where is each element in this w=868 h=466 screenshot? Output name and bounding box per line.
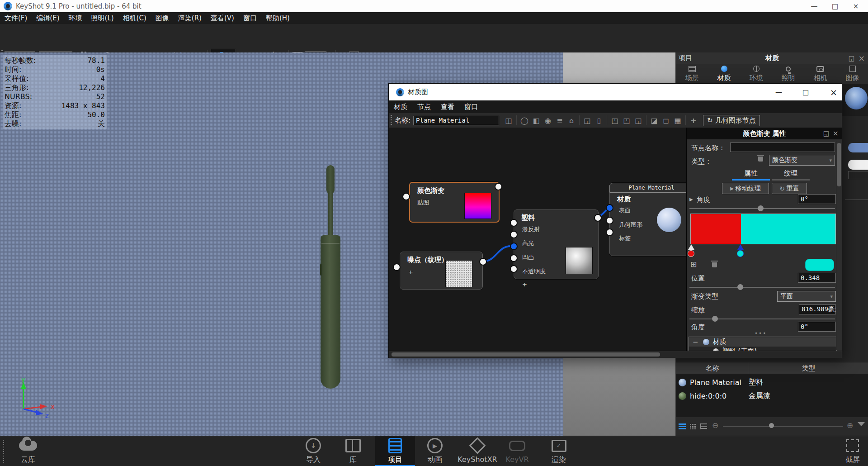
undock-icon[interactable]: ◱ — [823, 129, 830, 138]
reset-button[interactable]: ↻ 重置 — [772, 183, 807, 194]
node-color-gradient[interactable]: 颜色渐变 贴图 — [409, 182, 500, 223]
table-row[interactable]: Plane Material 塑料 — [676, 376, 868, 389]
color-swatch-sliver[interactable] — [848, 143, 868, 152]
delete-stop-icon[interactable] — [712, 262, 717, 267]
scrollbar-thumb[interactable] — [837, 143, 841, 186]
node-plane-material[interactable]: Plane Material 材质 表面 几何图形 标签 — [609, 183, 686, 256]
close-button[interactable]: × — [845, 2, 866, 10]
maximize-button[interactable]: □ — [825, 2, 845, 10]
menu-material[interactable]: 材质 — [389, 103, 412, 111]
menu-view[interactable]: 查看 — [436, 103, 459, 111]
add-stop-icon[interactable]: ⊞ — [690, 260, 697, 269]
menu-lighting[interactable]: 照明(L) — [87, 14, 118, 23]
port-gradient-output[interactable] — [495, 183, 502, 190]
scale-slider-handle[interactable] — [712, 316, 718, 322]
menu-help[interactable]: 帮助(H) — [261, 14, 294, 23]
layout-icon[interactable]: ◪ — [648, 116, 660, 125]
close-icon[interactable]: × — [859, 54, 865, 63]
tab-material[interactable]: 材质 — [708, 64, 740, 86]
gradient-type-dropdown[interactable]: 平面 ▾ — [777, 291, 836, 302]
gradient-stop-marker[interactable] — [737, 244, 744, 250]
type-dropdown[interactable]: 颜色渐变 ▾ — [769, 155, 835, 166]
tab-scene[interactable]: 场景 — [676, 64, 708, 84]
menu-environment[interactable]: 环境 — [64, 14, 87, 23]
thumbnail-size-slider[interactable] — [723, 426, 843, 427]
tab-texture[interactable]: 纹理 — [772, 169, 810, 181]
port-geometry[interactable] — [606, 217, 613, 224]
menu-image[interactable]: 图像 — [151, 14, 174, 23]
list-view-icon[interactable] — [679, 423, 686, 429]
collapse-arrow-icon[interactable]: ▶ — [689, 197, 693, 202]
tab-camera[interactable]: 相机 — [804, 64, 836, 84]
zoom-in-icon[interactable]: ⊕ — [847, 421, 853, 430]
gradient-bar[interactable] — [690, 214, 836, 244]
keyshotxr-button[interactable]: KeyShotXR — [455, 436, 500, 466]
cloud-library-button[interactable]: 云库 — [8, 436, 48, 466]
panel-splitter-dots[interactable]: ••• — [755, 330, 767, 337]
port-label[interactable] — [606, 228, 613, 236]
port-surface[interactable] — [606, 204, 613, 212]
port-plus[interactable] — [510, 265, 518, 273]
toolbar-drag-handle[interactable] — [391, 115, 392, 126]
copy-material-icon[interactable]: ◰ — [609, 116, 621, 125]
menu-view[interactable]: 查看(V) — [206, 14, 239, 23]
gradient-stop-red[interactable] — [688, 250, 694, 257]
undock-icon[interactable]: ◱ — [849, 54, 855, 62]
project-button[interactable]: 项目 — [375, 436, 415, 466]
properties-header[interactable]: 颜色渐变 属性 ◱ × — [687, 128, 842, 139]
keyvr-button[interactable]: KeyVR — [497, 436, 537, 466]
port-noise-output[interactable] — [479, 258, 487, 266]
close-icon[interactable]: × — [833, 129, 839, 138]
screenshot-button[interactable]: 截屏 — [833, 436, 868, 466]
node-canvas[interactable]: 颜色渐变 贴图 噪点（纹理） + 塑料 漫反射 高光 凹凸 不透明度 + Pla… — [389, 128, 686, 351]
menu-window[interactable]: 窗口 — [459, 103, 483, 111]
color-swatch-sliver[interactable] — [848, 160, 868, 170]
animation-button[interactable]: ▶ 动画 — [415, 436, 455, 466]
angle2-field[interactable]: 0° — [798, 322, 836, 332]
port-plastic-output[interactable] — [594, 214, 602, 222]
port-opacity[interactable] — [510, 254, 518, 262]
node-noise-texture[interactable]: 噪点（纹理） + — [400, 252, 483, 290]
close-icon[interactable]: × — [830, 87, 837, 97]
tab-properties[interactable]: 属性 — [732, 169, 770, 181]
library-icon[interactable]: ⌂ — [566, 116, 577, 125]
render-button[interactable]: ✓ 渲染 — [539, 436, 579, 466]
stop-color-swatch[interactable] — [805, 259, 834, 271]
settings-icon[interactable]: ≡ — [554, 116, 566, 125]
h-scrollbar-thumb[interactable] — [392, 352, 660, 357]
port-gradient-input[interactable] — [402, 193, 410, 200]
contrast-icon[interactable]: ◧ — [530, 116, 542, 125]
menu-window[interactable]: 窗口 — [239, 14, 261, 23]
grid-view-icon[interactable] — [689, 423, 696, 429]
column-type[interactable]: 类型 — [749, 362, 868, 374]
slider-handle[interactable] — [769, 423, 774, 428]
gradient-stop-cyan[interactable] — [737, 250, 744, 257]
material-graph-titlebar[interactable]: 材质图 — □ × — [389, 84, 842, 100]
align-icon[interactable]: + — [688, 116, 699, 125]
preview-icon[interactable]: ◉ — [542, 116, 554, 125]
position-field[interactable]: 0.348 — [798, 273, 836, 283]
minimize-button[interactable]: — — [804, 2, 825, 10]
node-plastic[interactable]: 塑料 漫反射 高光 凹凸 不透明度 + — [514, 209, 599, 279]
fit-view-icon[interactable]: ◻ — [660, 116, 672, 125]
port-specular[interactable] — [510, 231, 518, 238]
collapse-icon[interactable]: − — [693, 338, 698, 346]
save-icon[interactable]: ◫ — [503, 116, 514, 125]
menu-node[interactable]: 节点 — [412, 103, 436, 111]
port-diffuse[interactable] — [510, 219, 518, 227]
geometry-node-toggle[interactable]: ↻ 几何图形节点 — [703, 115, 760, 126]
delete-icon[interactable]: ▯ — [593, 116, 605, 125]
scale-slider[interactable] — [689, 319, 835, 319]
link-material-icon[interactable]: ◲ — [632, 116, 644, 125]
duplicate-icon[interactable]: ◱ — [581, 116, 593, 125]
node-name-input[interactable] — [730, 143, 835, 152]
material-name-input[interactable] — [413, 116, 499, 125]
zoom-out-icon[interactable]: ⊖ — [712, 421, 718, 430]
delete-node-icon[interactable] — [758, 157, 763, 162]
move-texture-button[interactable]: ▶ 移动纹理 — [722, 183, 769, 194]
scrollbar-track[interactable] — [836, 141, 842, 350]
angle-field[interactable]: 0° — [798, 194, 836, 204]
port-bump[interactable] — [510, 243, 518, 250]
tree-view-icon[interactable] — [700, 423, 707, 429]
angle-slider-handle[interactable] — [758, 205, 764, 211]
